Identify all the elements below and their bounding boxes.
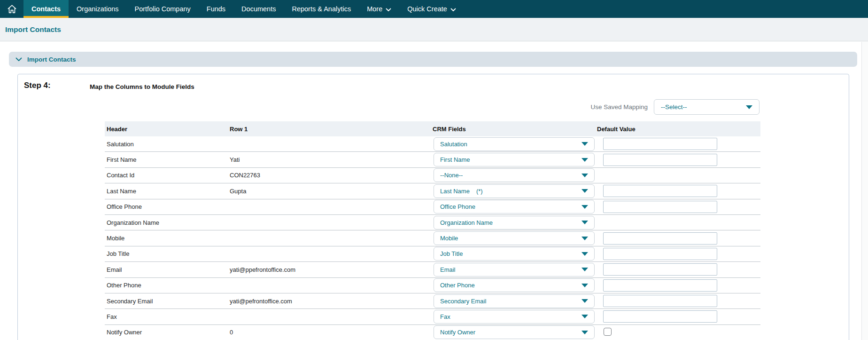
- crm-field-select-value: Salutation: [440, 141, 467, 148]
- crm-field-select[interactable]: Office Phone: [434, 200, 595, 213]
- import-contacts-panel-header[interactable]: Import Contacts: [9, 52, 857, 67]
- dropdown-arrow-icon: [581, 237, 588, 240]
- chevron-down-icon: [386, 6, 391, 13]
- top-navbar: Contacts Organizations Portfolio Company…: [0, 0, 868, 18]
- dropdown-arrow-icon: [581, 252, 588, 256]
- dropdown-arrow-icon: [581, 284, 588, 287]
- dropdown-arrow-icon: [581, 189, 588, 193]
- default-value-input[interactable]: [603, 138, 717, 150]
- crm-field-select[interactable]: Email: [434, 263, 595, 277]
- header-cell: Secondary Email: [105, 298, 230, 305]
- header-cell: Notify Owner: [105, 329, 230, 336]
- nav-tab-list: Contacts Organizations Portfolio Company…: [23, 0, 464, 18]
- nav-tab[interactable]: More: [359, 0, 399, 18]
- mapping-table: Header Row 1 CRM Fields Default Value Sa…: [105, 121, 760, 340]
- header-cell: Last Name: [105, 188, 230, 195]
- default-value-input[interactable]: [603, 295, 717, 307]
- nav-tab-label: Portfolio Company: [135, 5, 191, 13]
- crm-field-select[interactable]: Secondary Email: [434, 294, 595, 308]
- nav-tab[interactable]: Portfolio Company: [127, 0, 199, 18]
- column-header: CRM Fields: [433, 126, 596, 133]
- crm-field-select[interactable]: Fax: [434, 310, 595, 324]
- crm-field-select-value: Fax: [440, 313, 450, 320]
- header-cell: Organization Name: [105, 219, 230, 226]
- crm-field-select[interactable]: Last Name (*): [434, 184, 595, 198]
- table-row: Other Phone Other Phone: [105, 278, 760, 293]
- default-value-input[interactable]: [603, 248, 717, 260]
- nav-tab[interactable]: Contacts: [23, 0, 69, 18]
- default-value-input[interactable]: [603, 185, 717, 197]
- column-header: Header: [105, 126, 230, 133]
- saved-mapping-row: Use Saved Mapping --Select--: [590, 99, 760, 115]
- dropdown-arrow-icon: [581, 158, 588, 162]
- nav-tab-label: Documents: [241, 5, 276, 13]
- crm-field-select[interactable]: Other Phone: [434, 278, 595, 292]
- column-header: Row 1: [230, 126, 433, 133]
- header-cell: Mobile: [105, 235, 230, 242]
- crm-field-select-value: Office Phone: [440, 203, 475, 210]
- home-button[interactable]: [0, 0, 23, 18]
- header-cell: Contact Id: [105, 172, 230, 179]
- crm-field-select[interactable]: Job Title: [434, 247, 595, 261]
- saved-mapping-select[interactable]: --Select--: [654, 99, 760, 115]
- default-value-input[interactable]: [603, 201, 717, 213]
- crm-field-select[interactable]: First Name: [434, 153, 595, 166]
- row1-value-cell: Yati: [230, 156, 433, 163]
- nav-tab-label: Reports & Analytics: [292, 5, 351, 13]
- crm-field-select-value: Organization Name: [440, 219, 493, 226]
- header-cell: Other Phone: [105, 282, 230, 289]
- default-value-input[interactable]: [603, 154, 717, 166]
- nav-tab[interactable]: Funds: [199, 0, 233, 18]
- table-row: Contact Id CON22763 --None--: [105, 168, 760, 183]
- header-cell: Fax: [105, 313, 230, 320]
- nav-tab-label: Quick Create: [407, 5, 447, 13]
- default-value-input[interactable]: [603, 263, 717, 276]
- saved-mapping-select-value: --Select--: [661, 103, 687, 111]
- default-value-input[interactable]: [603, 310, 717, 323]
- table-row: Office Phone Office Phone: [105, 199, 760, 215]
- row1-value-cell: CON22763: [230, 172, 433, 179]
- crm-field-select-value: Notify Owner: [440, 329, 475, 336]
- nav-tab-label: More: [367, 5, 382, 13]
- dropdown-arrow-icon: [581, 315, 588, 318]
- chevron-down-icon: [16, 57, 22, 62]
- nav-tab[interactable]: Organizations: [69, 0, 126, 18]
- crm-field-select[interactable]: Notify Owner: [434, 325, 595, 339]
- crm-field-select[interactable]: Organization Name: [434, 216, 595, 229]
- chevron-down-icon: [450, 6, 456, 13]
- import-step-card: Step 4: Map the Columns to Module Fields…: [17, 74, 849, 340]
- table-row: Salutation Salutation: [105, 136, 760, 152]
- crm-field-select-value: Email: [440, 266, 456, 273]
- crm-field-select[interactable]: Salutation: [434, 137, 595, 151]
- table-row: Email yati@ppefrontoffice.com Email: [105, 262, 760, 277]
- dropdown-arrow-icon: [581, 142, 588, 146]
- step-label: Step 4:: [24, 81, 51, 90]
- crm-field-select-value: --None--: [440, 172, 463, 179]
- notify-owner-checkbox[interactable]: [604, 328, 612, 336]
- row1-value-cell: yati@pefrontoffice.com: [230, 298, 433, 305]
- nav-tab[interactable]: Documents: [233, 0, 284, 18]
- dropdown-arrow-icon: [581, 331, 588, 334]
- nav-tab[interactable]: Reports & Analytics: [284, 0, 359, 18]
- header-cell: Job Title: [105, 250, 230, 257]
- dropdown-arrow-icon: [581, 174, 588, 177]
- row1-value-cell: yati@ppefrontoffice.com: [230, 266, 433, 273]
- scrollbar[interactable]: [861, 42, 868, 340]
- page-title-bar: Import Contacts: [0, 18, 868, 41]
- crm-field-select-value: First Name: [440, 156, 470, 163]
- header-cell: Email: [105, 266, 230, 273]
- default-value-input[interactable]: [603, 232, 717, 245]
- header-cell: Office Phone: [105, 203, 230, 210]
- table-row: Fax Fax: [105, 309, 760, 324]
- nav-tab[interactable]: Quick Create: [399, 0, 464, 18]
- panel-title: Import Contacts: [27, 56, 76, 63]
- header-cell: Salutation: [105, 141, 230, 148]
- crm-field-select[interactable]: Mobile: [434, 231, 595, 245]
- default-value-input[interactable]: [603, 279, 717, 292]
- table-row: Job Title Job Title: [105, 246, 760, 262]
- nav-tab-label: Organizations: [77, 5, 118, 13]
- table-row: Secondary Email yati@pefrontoffice.com S…: [105, 293, 760, 309]
- crm-field-select[interactable]: --None--: [434, 168, 595, 182]
- table-row: Organization Name Organization Name: [105, 215, 760, 230]
- home-icon: [7, 4, 17, 15]
